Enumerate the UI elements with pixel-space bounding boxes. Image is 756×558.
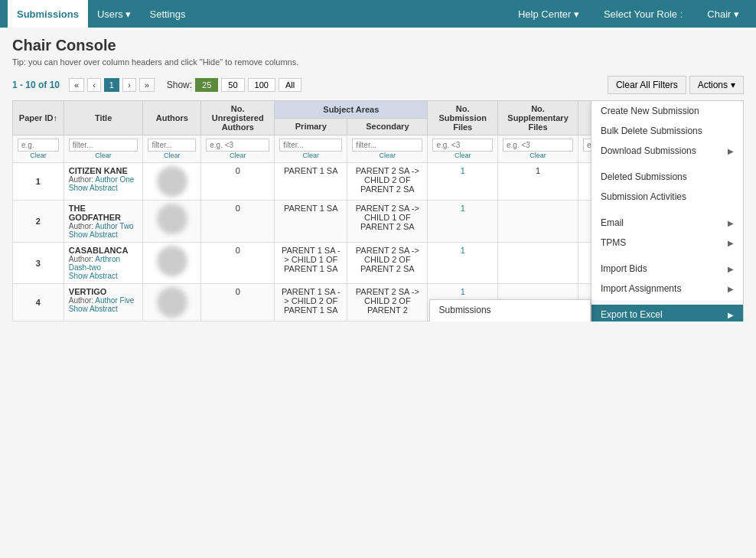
export-sub-camera-ready[interactable]: Camera Ready Submissions	[430, 320, 590, 321]
filter-paper-id[interactable]	[18, 139, 59, 152]
col-title: Title	[64, 101, 143, 135]
cell-avatar-1	[143, 201, 201, 243]
page-tip: Tip: you can hover over column headers a…	[12, 57, 744, 67]
cell-title-2: CASABLANCA Author: Arthron Dash-two Show…	[64, 243, 143, 284]
menu-download-submissions[interactable]: Download Submissions ▶	[591, 141, 743, 161]
cell-paper-id-0: 1	[13, 163, 64, 201]
cell-unregistered-0: 0	[201, 163, 275, 201]
arrow-download: ▶	[728, 147, 734, 155]
filter-title[interactable]	[69, 139, 138, 152]
table-wrapper: Paper ID↑ Title Authors No. Unregistered…	[12, 100, 744, 321]
actions-dropdown-arrow: ▾	[731, 80, 735, 90]
show-25-btn[interactable]: 25	[195, 78, 218, 92]
clear-filters-button[interactable]: Clear All Filters	[608, 76, 686, 94]
cell-secondary-1: PARENT 2 SA -> CHILD 1 OF PARENT 2 SA	[347, 201, 428, 243]
page-next-btn[interactable]: ›	[122, 78, 136, 92]
avatar-0	[157, 166, 187, 197]
show-abstract-2[interactable]: Show Abstract	[69, 272, 138, 280]
paper-title-0: CITIZEN KANE	[69, 166, 138, 175]
author-name-1[interactable]: Author Two	[95, 222, 133, 230]
author-line-3: Author: Author Five	[69, 296, 138, 305]
menu-bulk-delete[interactable]: Bulk Delete Submissions	[591, 121, 743, 141]
cell-unregistered-2: 0	[201, 243, 275, 284]
filter-clear-id[interactable]: Clear	[18, 152, 59, 159]
filter-primary[interactable]	[279, 139, 342, 152]
page-prev-btn[interactable]: ‹	[87, 78, 101, 92]
page-number-btn[interactable]: 1	[104, 78, 119, 92]
menu-submission-activities[interactable]: Submission Activities	[591, 187, 743, 207]
paper-title-1: THE GODFATHER	[69, 204, 138, 222]
menu-deleted-submissions[interactable]: Deleted Submissions	[591, 167, 743, 187]
col-secondary: Secondary	[347, 118, 428, 135]
show-abstract-0[interactable]: Show Abstract	[69, 184, 138, 192]
filter-clear-primary[interactable]: Clear	[279, 152, 342, 159]
cell-paper-id-1: 2	[13, 201, 64, 243]
col-paper-id: Paper ID↑	[13, 101, 64, 135]
filter-clear-unreg[interactable]: Clear	[206, 152, 269, 159]
avatar-2	[157, 246, 187, 276]
page-first-btn[interactable]: «	[69, 78, 84, 92]
filter-clear-title[interactable]: Clear	[69, 152, 138, 159]
cell-avatar-2	[143, 243, 201, 284]
author-prefix-2: Author:	[69, 255, 95, 263]
author-prefix-3: Author:	[69, 296, 95, 305]
author-prefix-1: Author:	[69, 222, 95, 230]
show-100-btn[interactable]: 100	[248, 78, 275, 92]
author-line-2: Author: Arthron Dash-two	[69, 255, 138, 272]
show-all-btn[interactable]: All	[279, 78, 301, 92]
nav-users[interactable]: Users ▾	[88, 0, 141, 28]
menu-email[interactable]: Email ▶	[591, 213, 743, 233]
actions-dropdown-container: Submissions Camera Ready Submissions Rev…	[429, 100, 744, 321]
filter-authors[interactable]	[148, 139, 196, 152]
avatar-3	[157, 287, 187, 318]
nav-help-center[interactable]: Help Center ▾	[509, 2, 588, 26]
export-submenu: Submissions Camera Ready Submissions Rev…	[429, 299, 591, 321]
show-50-btn[interactable]: 50	[221, 78, 244, 92]
cell-secondary-0: PARENT 2 SA -> CHILD 2 OF PARENT 2 SA	[347, 163, 428, 201]
author-line-0: Author: Author One	[69, 175, 138, 184]
cell-avatar-3	[143, 284, 201, 321]
menu-create-submission[interactable]: Create New Submission	[591, 101, 743, 121]
author-prefix-0: Author:	[69, 175, 95, 184]
nav-chair[interactable]: Chair ▾	[698, 2, 748, 26]
cell-unregistered-1: 0	[201, 201, 275, 243]
export-sub-submissions[interactable]: Submissions	[430, 300, 590, 320]
filter-secondary[interactable]	[352, 139, 422, 152]
nav-select-role: Select Your Role :	[595, 2, 692, 26]
filter-unregistered[interactable]	[206, 139, 269, 152]
cell-primary-0: PARENT 1 SA	[275, 163, 347, 201]
actions-button[interactable]: Actions ▾	[689, 76, 744, 94]
actions-label: Actions	[698, 80, 728, 90]
nav-submissions[interactable]: Submissions	[8, 0, 88, 28]
show-abstract-3[interactable]: Show Abstract	[69, 305, 138, 313]
col-unregistered: No. Unregistered Authors	[201, 101, 275, 135]
cell-primary-1: PARENT 1 SA	[275, 201, 347, 243]
filter-clear-authors[interactable]: Clear	[148, 152, 196, 159]
author-name-3[interactable]: Author Five	[95, 296, 134, 305]
show-abstract-1[interactable]: Show Abstract	[69, 230, 138, 239]
col-authors: Authors	[143, 101, 201, 135]
filter-clear-secondary[interactable]: Clear	[352, 152, 422, 159]
arrow-import-bids: ▶	[728, 265, 734, 273]
top-navigation: Submissions Users ▾ Settings Help Center…	[0, 0, 756, 28]
author-line-1: Author: Author Two	[69, 222, 138, 230]
menu-import-assignments[interactable]: Import Assignments ▶	[591, 279, 743, 299]
menu-export-excel[interactable]: Export to Excel ▶	[591, 305, 743, 321]
cell-primary-3: PARENT 1 SA -> CHILD 2 OF PARENT 1 SA	[275, 284, 347, 321]
actions-main-dropdown: Create New Submission Bulk Delete Submis…	[591, 100, 744, 321]
menu-import-bids[interactable]: Import Bids ▶	[591, 259, 743, 279]
arrow-export-excel: ▶	[728, 311, 734, 319]
author-name-0[interactable]: Author One	[95, 175, 134, 184]
col-primary: Primary	[275, 118, 347, 135]
cell-title-0: CITIZEN KANE Author: Author One Show Abs…	[64, 163, 143, 201]
cell-avatar-0	[143, 163, 201, 201]
cell-paper-id-3: 4	[13, 284, 64, 321]
cell-paper-id-2: 3	[13, 243, 64, 284]
page-last-btn[interactable]: »	[139, 78, 155, 92]
menu-tpms[interactable]: TPMS ▶	[591, 233, 743, 253]
avatar-1	[157, 204, 187, 234]
paper-title-3: VERTIGO	[69, 287, 138, 296]
nav-settings[interactable]: Settings	[140, 0, 194, 28]
pagination-info: 1 - 10 of 10	[12, 80, 60, 90]
cell-title-1: THE GODFATHER Author: Author Two Show Ab…	[64, 201, 143, 243]
